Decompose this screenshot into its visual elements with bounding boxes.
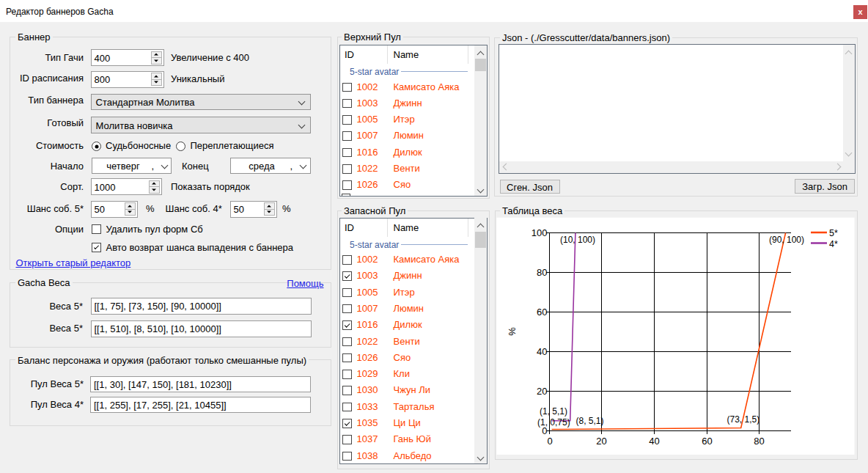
svg-text:(8, 5,1): (8, 5,1): [576, 416, 604, 426]
svg-text:(90, 100): (90, 100): [769, 235, 804, 245]
svg-text:5*: 5*: [829, 228, 838, 238]
svg-text:(1, 0,75): (1, 0,75): [537, 417, 570, 428]
svg-text:60: 60: [702, 436, 712, 447]
svg-text:40: 40: [537, 346, 547, 357]
svg-text:20: 20: [537, 386, 547, 397]
svg-text:0: 0: [547, 436, 552, 447]
svg-text:80: 80: [754, 436, 764, 447]
svg-text:4*: 4*: [829, 239, 838, 249]
svg-text:20: 20: [596, 436, 606, 447]
svg-text:%: %: [507, 327, 518, 336]
svg-text:40: 40: [649, 436, 659, 447]
svg-text:100: 100: [532, 227, 548, 238]
svg-text:60: 60: [537, 307, 547, 318]
svg-text:(73, 1,5): (73, 1,5): [727, 414, 760, 425]
svg-text:(1, 5,1): (1, 5,1): [540, 406, 567, 417]
svg-text:80: 80: [537, 267, 547, 278]
svg-text:(10, 100): (10, 100): [560, 235, 595, 245]
